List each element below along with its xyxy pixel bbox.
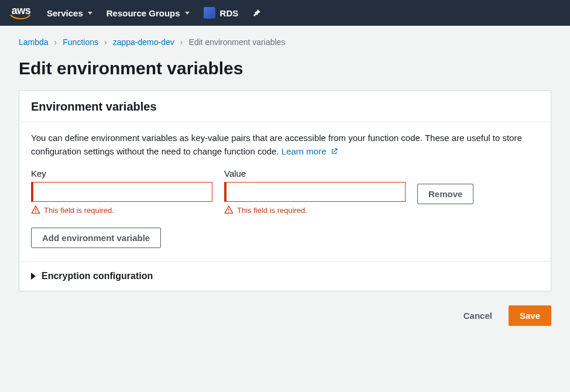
breadcrumb: Lambda › Functions › zappa-demo-dev › Ed… [19,37,551,47]
key-label: Key [31,169,212,178]
nav-rds-shortcut[interactable]: RDS [204,7,239,19]
chevron-down-icon [185,12,190,15]
key-input[interactable] [31,182,212,202]
rds-icon [204,7,215,19]
page-title: Edit environment variables [19,59,551,78]
value-label: Value [224,169,406,178]
breadcrumb-link-function-name[interactable]: zappa-demo-dev [113,37,174,47]
panel-body: You can define environment variables as … [19,122,551,262]
cancel-button[interactable]: Cancel [453,305,503,326]
pin-icon [252,8,262,18]
remove-button[interactable]: Remove [417,184,473,204]
breadcrumb-link-lambda[interactable]: Lambda [19,37,49,47]
caret-right-icon [31,273,36,280]
chevron-right-icon: › [180,37,183,47]
external-link-icon [330,146,338,160]
nav-resource-groups-label: Resource Groups [107,8,180,18]
panel-description-text: You can define environment variables as … [31,133,522,156]
warning-icon [224,205,234,215]
learn-more-link[interactable]: Learn more [281,146,338,156]
svg-rect-0 [35,209,36,211]
svg-rect-3 [228,211,229,212]
value-error-text: This field is required. [237,206,307,215]
nav-rds-label: RDS [220,8,239,18]
pin-button[interactable] [252,8,262,18]
key-error-text: This field is required. [44,206,114,215]
svg-rect-1 [35,211,36,212]
add-env-var-button[interactable]: Add environment variable [31,228,161,248]
panel-description: You can define environment variables as … [31,132,539,159]
encryption-title: Encryption configuration [42,271,153,281]
nav-resource-groups[interactable]: Resource Groups [107,8,190,18]
page-content: Lambda › Functions › zappa-demo-dev › Ed… [0,26,570,340]
top-nav: aws Services Resource Groups RDS [0,0,570,26]
env-vars-panel: Environment variables You can define env… [19,90,551,291]
key-error: This field is required. [31,205,212,215]
panel-header: Environment variables [19,91,551,122]
svg-rect-2 [228,209,229,211]
nav-services-label: Services [47,8,83,18]
value-input[interactable] [224,182,406,202]
remove-column: Remove [417,169,473,204]
save-button[interactable]: Save [509,305,551,326]
aws-smile-icon [9,15,33,20]
value-column: Value This field is required. [224,169,406,215]
key-column: Key This field is required. [31,169,212,215]
breadcrumb-link-functions[interactable]: Functions [63,37,98,47]
chevron-right-icon: › [54,37,57,47]
aws-logo[interactable]: aws [9,5,33,20]
learn-more-text: Learn more [281,146,327,156]
value-error: This field is required. [224,205,406,215]
chevron-right-icon: › [104,37,107,47]
env-var-row: Key This field is required. Value [31,169,539,215]
encryption-section-toggle[interactable]: Encryption configuration [19,262,551,291]
panel-title: Environment variables [31,100,539,114]
breadcrumb-current: Edit environment variables [188,37,285,47]
warning-icon [31,205,40,215]
chevron-down-icon [88,12,92,15]
nav-services[interactable]: Services [47,8,92,18]
footer-actions: Cancel Save [19,305,551,326]
